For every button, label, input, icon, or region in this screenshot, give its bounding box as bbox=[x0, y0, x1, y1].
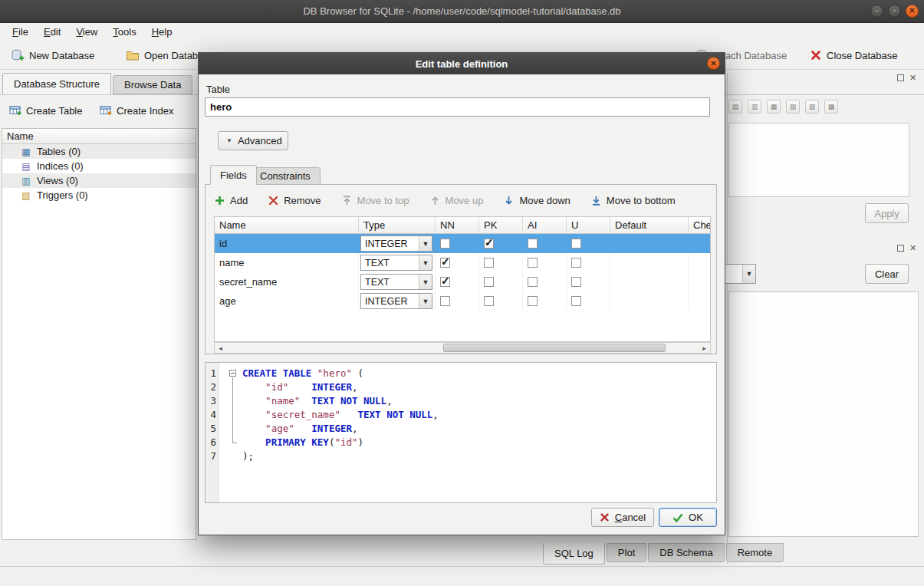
ok-button[interactable]: OK bbox=[659, 508, 717, 527]
scrollbar-track[interactable] bbox=[226, 343, 699, 353]
menu-view[interactable]: View bbox=[68, 25, 105, 39]
move-to-top-button[interactable]: Move to top bbox=[341, 195, 409, 206]
table-row[interactable]: name TEXT ▼ bbox=[215, 253, 710, 272]
field-type-cell[interactable]: INTEGER ▼ bbox=[359, 234, 436, 253]
maximize-icon[interactable]: ▫ bbox=[888, 5, 901, 18]
tab-database-structure[interactable]: Database Structure bbox=[2, 73, 111, 94]
create-table-button[interactable]: Create Table bbox=[5, 100, 87, 120]
column-header-name[interactable]: Name bbox=[215, 217, 359, 234]
tree-item-triggers[interactable]: Triggers (0) bbox=[2, 188, 196, 202]
field-name-cell[interactable]: age bbox=[215, 291, 359, 311]
advanced-toggle[interactable]: ▼ Advanced bbox=[218, 131, 288, 150]
cell-tool-icon[interactable]: ▨ bbox=[805, 100, 819, 114]
scrollbar-thumb[interactable] bbox=[443, 344, 666, 352]
table-row[interactable]: age INTEGER ▼ bbox=[215, 291, 710, 311]
tab-remote[interactable]: Remote bbox=[726, 543, 784, 562]
menu-help[interactable]: Help bbox=[144, 25, 180, 39]
field-type-cell[interactable]: TEXT ▼ bbox=[359, 272, 436, 291]
table-row[interactable]: secret_name TEXT ▼ bbox=[215, 272, 710, 291]
nn-checkbox[interactable] bbox=[440, 239, 450, 249]
default-cell[interactable] bbox=[610, 291, 689, 311]
add-field-button[interactable]: Add bbox=[214, 195, 248, 206]
close-dock-icon[interactable]: ✕ bbox=[909, 74, 916, 82]
float-dock-icon[interactable] bbox=[897, 74, 904, 81]
move-down-button[interactable]: Move down bbox=[503, 195, 570, 206]
pk-checkbox[interactable] bbox=[484, 277, 494, 287]
tab-browse-data[interactable]: Browse Data bbox=[113, 75, 192, 94]
dialog-close-icon[interactable]: ✕ bbox=[707, 57, 720, 70]
scroll-right-icon[interactable]: ▸ bbox=[699, 344, 710, 352]
tree-column-header[interactable]: Name bbox=[2, 129, 196, 144]
field-name-cell[interactable]: name bbox=[215, 253, 359, 272]
ai-checkbox[interactable] bbox=[528, 239, 538, 249]
chevron-down-icon[interactable]: ▼ bbox=[419, 275, 432, 289]
tab-constraints[interactable]: Constraints bbox=[250, 167, 321, 185]
chevron-down-icon[interactable]: ▼ bbox=[419, 236, 432, 251]
window-titlebar[interactable]: DB Browser for SQLite - /home/user/code/… bbox=[0, 0, 924, 23]
cell-tool-icon[interactable]: ▧ bbox=[786, 100, 800, 114]
close-icon[interactable]: ✕ bbox=[906, 5, 919, 18]
sql-log-area[interactable] bbox=[728, 291, 919, 537]
fold-collapse-icon[interactable] bbox=[229, 370, 236, 377]
check-cell[interactable] bbox=[689, 253, 711, 272]
u-checkbox[interactable] bbox=[571, 296, 581, 306]
minimize-icon[interactable]: – bbox=[870, 5, 883, 18]
u-checkbox[interactable] bbox=[571, 258, 581, 268]
menu-tools[interactable]: Tools bbox=[105, 25, 143, 39]
tab-fields[interactable]: Fields bbox=[210, 165, 257, 185]
table-row[interactable]: id INTEGER ▼ bbox=[215, 234, 710, 253]
chevron-down-icon[interactable]: ▼ bbox=[419, 255, 432, 270]
tree-item-indices[interactable]: Indices (0) bbox=[2, 159, 196, 173]
remove-field-button[interactable]: Remove bbox=[268, 195, 321, 206]
tab-plot[interactable]: Plot bbox=[607, 543, 646, 562]
dock-splitter[interactable] bbox=[727, 73, 728, 564]
dialog-titlebar[interactable]: Edit table definition ✕ bbox=[199, 53, 725, 74]
default-cell[interactable] bbox=[610, 272, 689, 291]
column-header-type[interactable]: Type bbox=[359, 217, 436, 234]
cell-tool-icon[interactable]: ▦ bbox=[767, 100, 781, 114]
field-name-cell[interactable]: secret_name bbox=[215, 272, 359, 291]
type-select[interactable]: TEXT ▼ bbox=[360, 255, 432, 271]
field-type-cell[interactable]: TEXT ▼ bbox=[359, 253, 436, 272]
pk-checkbox[interactable] bbox=[484, 258, 494, 268]
type-select[interactable]: INTEGER ▼ bbox=[360, 235, 432, 252]
sql-preview[interactable]: 1234567 CREATE TABLE "hero" ( "id" INTEG… bbox=[205, 362, 717, 503]
nn-checkbox[interactable] bbox=[440, 258, 450, 268]
tab-sql-log[interactable]: SQL Log bbox=[543, 543, 605, 565]
type-select[interactable]: INTEGER ▼ bbox=[360, 293, 432, 309]
pk-checkbox[interactable] bbox=[484, 296, 494, 306]
move-to-bottom-button[interactable]: Move to bottom bbox=[590, 195, 676, 206]
cell-editor-area[interactable] bbox=[728, 123, 909, 197]
cell-tool-icon[interactable]: ▥ bbox=[748, 100, 761, 114]
type-select[interactable]: TEXT ▼ bbox=[360, 274, 432, 290]
move-up-button[interactable]: Move up bbox=[429, 195, 484, 206]
u-checkbox[interactable] bbox=[571, 239, 581, 249]
scroll-left-icon[interactable]: ◂ bbox=[215, 344, 226, 352]
new-database-button[interactable]: New Database bbox=[6, 45, 99, 65]
pk-checkbox[interactable] bbox=[484, 239, 494, 249]
column-header-u[interactable]: U bbox=[567, 217, 610, 234]
ai-checkbox[interactable] bbox=[528, 296, 538, 306]
create-index-button[interactable]: Create Index bbox=[95, 100, 178, 120]
column-header-pk[interactable]: PK bbox=[479, 217, 523, 234]
field-name-cell[interactable]: id bbox=[215, 234, 359, 253]
ai-checkbox[interactable] bbox=[528, 277, 538, 287]
column-header-check[interactable]: Check bbox=[689, 217, 711, 234]
check-cell[interactable] bbox=[689, 272, 711, 291]
float-dock-icon[interactable] bbox=[897, 245, 904, 252]
tab-db-schema[interactable]: DB Schema bbox=[648, 543, 724, 562]
column-header-nn[interactable]: NN bbox=[436, 217, 479, 234]
ai-checkbox[interactable] bbox=[528, 258, 538, 268]
menu-file[interactable]: File bbox=[5, 25, 36, 39]
check-cell[interactable] bbox=[689, 234, 711, 253]
apply-button[interactable]: Apply bbox=[865, 203, 909, 223]
check-cell[interactable] bbox=[689, 291, 711, 311]
nn-checkbox[interactable] bbox=[440, 296, 450, 306]
default-cell[interactable] bbox=[610, 253, 689, 272]
column-header-ai[interactable]: AI bbox=[523, 217, 567, 234]
cell-tool-icon[interactable]: ▩ bbox=[824, 100, 838, 114]
cell-tool-icon[interactable]: ▤ bbox=[728, 100, 742, 114]
chevron-down-icon[interactable]: ▼ bbox=[419, 294, 432, 308]
nn-checkbox[interactable] bbox=[440, 277, 450, 287]
tree-item-tables[interactable]: Tables (0) bbox=[2, 144, 196, 159]
